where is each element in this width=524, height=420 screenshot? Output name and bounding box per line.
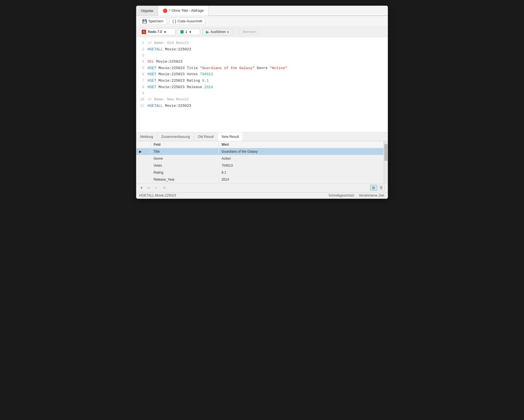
- code-line: 10// Name: New Result: [136, 96, 388, 103]
- field-col-header: Feld: [151, 141, 219, 148]
- code-line: 3: [136, 53, 388, 59]
- run-chevron-icon: ▾: [227, 30, 229, 34]
- scrollbar-handle[interactable]: [384, 144, 388, 161]
- token-comment: // Name: Old Result: [148, 41, 189, 45]
- result-tab-old-result[interactable]: Old Result: [194, 132, 218, 141]
- table-row[interactable]: ▶TitleGuardians of the Galaxy: [136, 148, 384, 155]
- token-comment: // Name: New Result: [148, 97, 189, 102]
- snippet-icon: ( ): [172, 19, 176, 23]
- line-content: HGETALL Movie:225023: [148, 47, 388, 53]
- token-plain: Movie:225023 Votes: [156, 72, 200, 76]
- status-elapsed: Verstrichene Zeit:: [359, 194, 385, 197]
- grid-view-button[interactable]: ⊞: [370, 185, 377, 191]
- code-line: 5HSET Movie:225023 Title "Guardians of t…: [136, 65, 388, 72]
- row-indicator: [136, 162, 151, 169]
- token-del: DEL: [148, 60, 154, 64]
- redis-selector[interactable]: S Redis 7.0 ▼: [139, 29, 176, 35]
- line-number: 2: [136, 47, 148, 52]
- scrollbar[interactable]: [384, 141, 388, 183]
- save-icon: 💾: [142, 19, 147, 23]
- run-button[interactable]: ▶ Ausführen ▾: [202, 28, 232, 36]
- token-command: HSET: [148, 79, 156, 83]
- line-number: 10: [136, 97, 148, 102]
- status-right: Schreibgeschützt Verstrichene Zeit:: [329, 194, 385, 197]
- redis-label: Redis 7.0: [148, 30, 162, 34]
- redis-icon: S: [142, 30, 146, 34]
- play-icon: ▶: [206, 30, 209, 34]
- line-content: // Name: New Result: [148, 97, 388, 103]
- status-command: HGETALL Movie:225023: [139, 194, 176, 197]
- result-tab-zusammenfassung[interactable]: Zusammenfassung: [157, 132, 194, 141]
- line-content: DEL Movie:225023: [148, 59, 388, 65]
- line-number: 7: [136, 78, 148, 84]
- token-plain: Movie:225023: [154, 60, 182, 64]
- db-label: 1: [185, 30, 187, 34]
- tab-query[interactable]: 🔴 * Ohne Titel - Abfrage: [158, 6, 209, 16]
- field-cell: Release_Year: [151, 176, 219, 183]
- code-line: 11HGETALL Movie:225023: [136, 103, 388, 109]
- table-row[interactable]: Release_Year2014: [136, 176, 384, 183]
- line-content: HSET Movie:225023 Release 2014: [148, 84, 388, 90]
- table-row[interactable]: Rating8.1: [136, 169, 384, 176]
- save-label: Speichern: [148, 19, 163, 23]
- db-selector[interactable]: 1 ▼: [178, 29, 200, 35]
- code-line: 1// Name: Old Result: [136, 40, 388, 46]
- field-cell: Genre: [151, 155, 219, 162]
- results-container: Feld Wert ▶TitleGuardians of the GalaxyG…: [136, 141, 388, 183]
- confirm-button: ✓: [153, 185, 159, 191]
- result-tab-new-result[interactable]: New Result: [218, 132, 243, 141]
- stop-label: Beenden: [243, 30, 256, 34]
- indicator-col-header: [136, 141, 151, 148]
- add-row-button[interactable]: +: [139, 185, 144, 191]
- token-plain: Movie:225023: [163, 104, 191, 108]
- token-string: "Action": [270, 66, 287, 70]
- result-tab-meldung[interactable]: Meldung: [136, 132, 157, 141]
- code-line: 9: [136, 91, 388, 96]
- table-row[interactable]: Votes704613: [136, 162, 384, 169]
- view-toggle: ⊞ ☰: [370, 185, 385, 191]
- line-number: 9: [136, 91, 148, 96]
- line-number: 4: [136, 59, 148, 65]
- value-col-header: Wert: [219, 141, 384, 148]
- bottom-toolbar: + − ✓ ✕ ⊞ ☰: [136, 183, 388, 192]
- token-command: HGETALL: [148, 104, 163, 108]
- line-number: 11: [136, 103, 148, 109]
- line-content: HGETALL Movie:225023: [148, 103, 388, 109]
- result-tabs: MeldungZusammenfassungOld ResultNew Resu…: [136, 132, 388, 141]
- line-number: 8: [136, 85, 148, 90]
- stop-button: Beenden: [235, 29, 260, 35]
- row-indicator: ▶: [136, 148, 151, 155]
- table-row[interactable]: GenreAction: [136, 155, 384, 162]
- value-cell: 704613: [219, 162, 384, 169]
- value-cell: 8.1: [219, 169, 384, 176]
- remove-row-button[interactable]: −: [146, 185, 151, 191]
- line-content: HSET Movie:225023 Rating 8.1: [148, 78, 388, 84]
- list-view-button[interactable]: ☰: [378, 185, 385, 191]
- token-plain: Movie:225023 Release: [156, 85, 204, 89]
- row-indicator: [136, 155, 151, 162]
- code-editor[interactable]: 1// Name: Old Result2HGETALL Movie:22502…: [136, 37, 388, 132]
- stop-checkbox: [238, 30, 242, 34]
- db-dot-icon: [180, 30, 184, 34]
- save-button[interactable]: 💾 Speichern: [139, 18, 167, 25]
- token-number: 8.1: [202, 79, 209, 83]
- tab-objects[interactable]: Objekte: [136, 6, 158, 16]
- token-number: 704613: [200, 72, 213, 76]
- line-content: HSET Movie:225023 Votes 704613: [148, 72, 388, 77]
- line-number: 3: [136, 53, 148, 58]
- token-plain: Movie:225023 Title: [156, 66, 200, 70]
- snippet-button[interactable]: ( ) Code-Ausschnitt: [169, 18, 205, 25]
- snippet-label: Code-Ausschnitt: [177, 19, 202, 23]
- token-command: HSET: [148, 85, 156, 89]
- code-line: 2HGETALL Movie:225023: [136, 46, 388, 53]
- results-scroll: Feld Wert ▶TitleGuardians of the GalaxyG…: [136, 141, 384, 183]
- line-number: 5: [136, 66, 148, 71]
- line-content: HSET Movie:225023 Title "Guardians of th…: [148, 65, 388, 71]
- code-line: 7HSET Movie:225023 Rating 8.1: [136, 78, 388, 84]
- token-plain: Movie:225023 Rating: [156, 79, 202, 83]
- tab-query-label: * Ohne Titel - Abfrage: [169, 8, 204, 13]
- value-cell: Action: [219, 155, 384, 162]
- query-icon: 🔴: [163, 8, 167, 13]
- field-cell: Votes: [151, 162, 219, 169]
- title-bar: Objekte 🔴 * Ohne Titel - Abfrage: [136, 6, 388, 16]
